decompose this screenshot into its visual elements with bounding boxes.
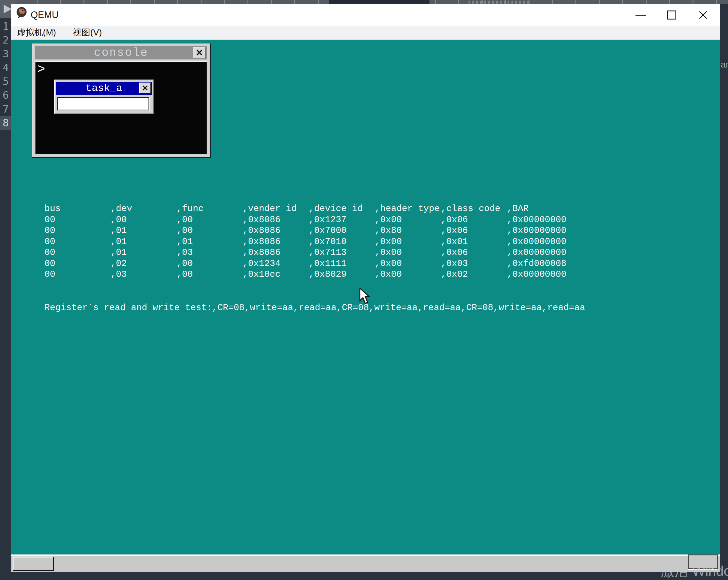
task-window: task_a [54,80,154,114]
editor-line-number: 1 [0,19,11,33]
pci-table-cell: 00 [45,226,110,236]
pci-table-cell: ,0x00000000 [507,269,573,280]
maximize-icon [667,10,676,20]
pci-table-cell: ,0x7000 [309,226,375,236]
background-top-strip [0,0,728,4]
menu-bar: 虚拟机(M) 视图(V) [11,26,720,40]
pci-table-cell: ,0xfd000008 [507,259,573,269]
pci-table-cell: ,02 [110,259,177,269]
console-content: > task_a [35,61,207,154]
pci-table-cell: ,01 [110,226,177,236]
pci-table-cell: ,vender_id [243,204,309,214]
pci-table: bus,dev,func,vender_id,device_id,header_… [45,204,573,281]
menu-item-virtual-machine[interactable]: 虚拟机(M) [15,26,58,39]
pci-table-cell: ,00 [177,269,243,280]
pci-table-cell: 00 [45,237,110,247]
pci-table-cell: ,0x01 [441,237,507,247]
editor-gutter: 12345678 [0,19,11,130]
editor-line-number: 5 [0,75,11,88]
console-window: console > task_a [32,44,211,158]
pci-table-cell: ,device_id [309,204,375,214]
pci-table-cell: ,0x00 [375,247,441,258]
editor-line-number: 2 [0,33,11,47]
pci-table-cell: ,0x06 [441,226,507,236]
pci-table-row: 00,03,00,0x10ec,0x8029,0x00,0x02,0x00000… [45,269,573,281]
console-title-bar[interactable]: console [35,46,207,59]
pci-table-cell: ,header_type [375,204,441,214]
taskbar-button[interactable] [12,557,54,571]
pci-table-cell: ,01 [177,237,243,247]
window-title-bar[interactable]: QEMU [11,4,720,26]
pci-table-row: 00,01,01,0x8086,0x7010,0x00,0x01,0x00000… [45,237,573,248]
window-title: QEMU [31,9,58,20]
background-top-strip-text [469,1,528,4]
pci-table-cell: ,0x8029 [309,269,375,280]
register-test-line: Register´s read and write test:,CR=08,wr… [45,302,585,313]
pci-table-cell: ,dev [110,204,177,214]
task-title: task_a [85,83,122,94]
pci-table-cell: ,0x80 [375,226,441,236]
editor-line-number: 4 [0,61,11,75]
pci-table-cell: ,class_code [441,204,507,214]
pci-table-cell: ,0x00000000 [507,215,573,225]
pci-table-cell: ,0x8086 [243,215,309,225]
pci-table-cell: ,00 [177,226,243,236]
minimize-button[interactable] [633,8,648,22]
qemu-logo-icon [16,7,27,18]
pci-table-row: 00,01,03,0x8086,0x7113,0x00,0x06,0x00000… [45,247,573,259]
background-top-strip-dark-segment [329,0,430,4]
pci-table-cell: ,03 [177,247,243,258]
console-close-button[interactable] [193,47,206,58]
mouse-cursor [359,288,371,305]
close-button[interactable] [696,8,710,22]
pci-table-cell: ,0x7113 [309,247,375,258]
editor-line-number: 7 [0,102,11,116]
pci-table-cell: ,0x06 [441,247,507,258]
task-title-bar[interactable]: task_a [56,82,152,95]
maximize-button[interactable] [665,8,679,22]
qemu-window: QEMU 虚拟机(M) 视图(V) console [11,4,720,572]
activate-watermark: 激活 Windows [661,562,728,580]
pci-table-cell: ,0x1111 [309,259,375,269]
guest-taskbar [11,554,720,572]
pci-table-header-row: bus,dev,func,vender_id,device_id,header_… [45,204,573,215]
minimize-icon [635,15,646,16]
pci-table-cell: ,BAR [507,204,573,214]
editor-line-number: 6 [0,88,11,102]
pci-table-cell: ,0x00 [375,215,441,225]
pci-table-cell: 00 [45,247,110,258]
pci-table-cell: ,00 [177,215,243,225]
pci-table-cell: ,00 [177,259,243,269]
pci-table-cell: ,01 [110,237,177,247]
pci-table-row: 00,01,00,0x8086,0x7000,0x80,0x06,0x00000… [45,226,573,237]
pci-table-cell: ,0x00 [375,259,441,269]
pci-table-cell: ,0x10ec [243,269,309,280]
editor-line-number: 3 [0,47,11,61]
pci-table-cell: ,0x7010 [309,237,375,247]
pci-table-cell: ,0x03 [441,259,507,269]
play-icon [4,4,11,14]
menu-item-view[interactable]: 视图(V) [71,26,104,39]
pci-table-cell: ,0x8086 [243,237,309,247]
pci-table-cell: ,0x1234 [243,259,309,269]
pci-table-cell: ,01 [110,247,177,258]
pci-table-cell: ,0x00000000 [507,226,573,236]
pci-table-cell: ,03 [110,269,177,280]
pci-table-row: 00,02,00,0x1234,0x1111,0x00,0x03,0xfd000… [45,259,573,270]
task-close-button[interactable] [139,83,151,94]
pci-table-cell: 00 [45,215,110,225]
pci-table-cell: ,0x00 [375,237,441,247]
pci-table-cell: ,0x06 [441,215,507,225]
pci-table-row: 00,00,00,0x8086,0x1237,0x00,0x06,0x00000… [45,215,573,226]
task-input[interactable] [57,97,149,110]
close-icon [142,85,148,91]
pci-table-cell: 00 [45,259,110,269]
console-title: console [94,46,148,59]
editor-line-number: 8 [0,116,11,130]
pci-table-cell: 00 [45,269,110,280]
pci-table-cell: ,0x8086 [243,226,309,236]
close-icon [698,10,708,20]
pci-table-cell: ,0x00 [375,269,441,280]
pci-table-cell: ,00 [110,215,177,225]
background-code-fragment: am [721,60,728,70]
